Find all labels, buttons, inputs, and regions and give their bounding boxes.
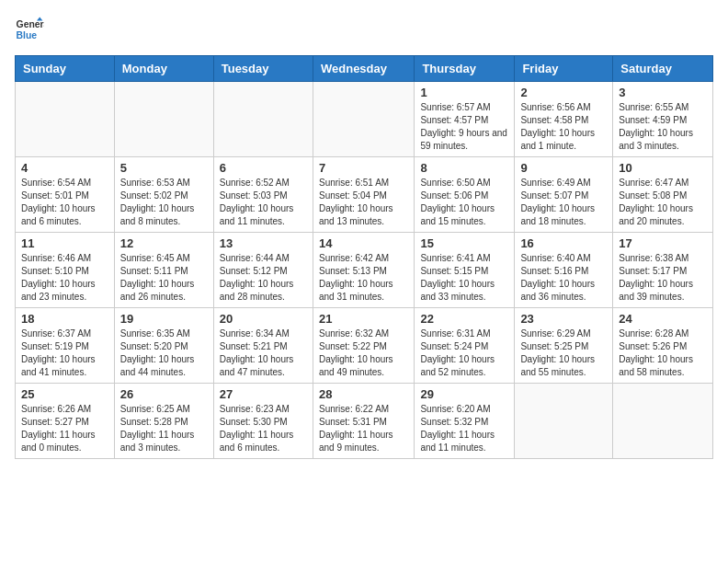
- day-number: 12: [120, 236, 208, 250]
- day-number: 29: [420, 387, 508, 401]
- calendar-table: SundayMondayTuesdayWednesdayThursdayFrid…: [15, 55, 713, 459]
- calendar-cell-week1-day5: 9Sunrise: 6:49 AM Sunset: 5:07 PM Daylig…: [515, 157, 613, 233]
- day-number: 9: [520, 161, 607, 175]
- calendar-cell-week0-day3: [313, 82, 414, 157]
- calendar-cell-week2-day2: 13Sunrise: 6:44 AM Sunset: 5:12 PM Dayli…: [213, 233, 313, 308]
- day-number: 28: [319, 387, 408, 401]
- day-info: Sunrise: 6:45 AM Sunset: 5:11 PM Dayligh…: [120, 252, 208, 304]
- day-number: 23: [520, 312, 607, 326]
- day-number: 2: [520, 86, 607, 99]
- day-number: 20: [220, 312, 307, 326]
- calendar-cell-week1-day1: 5Sunrise: 6:53 AM Sunset: 5:02 PM Daylig…: [114, 157, 213, 233]
- day-info: Sunrise: 6:56 AM Sunset: 4:58 PM Dayligh…: [520, 101, 607, 153]
- calendar-cell-week3-day1: 19Sunrise: 6:35 AM Sunset: 5:20 PM Dayli…: [114, 308, 213, 384]
- day-info: Sunrise: 6:35 AM Sunset: 5:20 PM Dayligh…: [120, 327, 208, 379]
- calendar-cell-week3-day4: 22Sunrise: 6:31 AM Sunset: 5:24 PM Dayli…: [415, 308, 515, 384]
- day-info: Sunrise: 6:31 AM Sunset: 5:24 PM Dayligh…: [420, 327, 508, 379]
- logo-icon: General Blue: [15, 15, 44, 44]
- calendar-cell-week0-day0: [16, 82, 115, 157]
- day-info: Sunrise: 6:51 AM Sunset: 5:04 PM Dayligh…: [319, 177, 408, 228]
- day-info: Sunrise: 6:26 AM Sunset: 5:27 PM Dayligh…: [21, 403, 108, 454]
- calendar-cell-week4-day5: [515, 384, 613, 459]
- day-number: 14: [319, 236, 408, 250]
- weekday-header-wednesday: Wednesday: [313, 56, 414, 82]
- day-number: 8: [420, 161, 508, 175]
- day-number: 3: [619, 86, 707, 99]
- day-info: Sunrise: 6:42 AM Sunset: 5:13 PM Dayligh…: [319, 252, 408, 304]
- calendar-cell-week3-day2: 20Sunrise: 6:34 AM Sunset: 5:21 PM Dayli…: [213, 308, 313, 384]
- day-number: 26: [120, 387, 208, 401]
- day-info: Sunrise: 6:22 AM Sunset: 5:31 PM Dayligh…: [319, 403, 408, 454]
- calendar-week-row-0: 1Sunrise: 6:57 AM Sunset: 4:57 PM Daylig…: [16, 82, 713, 157]
- calendar-cell-week1-day0: 4Sunrise: 6:54 AM Sunset: 5:01 PM Daylig…: [16, 157, 115, 233]
- day-info: Sunrise: 6:38 AM Sunset: 5:17 PM Dayligh…: [619, 252, 707, 304]
- calendar-cell-week4-day0: 25Sunrise: 6:26 AM Sunset: 5:27 PM Dayli…: [16, 384, 115, 459]
- calendar-cell-week0-day2: [213, 82, 313, 157]
- calendar-cell-week4-day2: 27Sunrise: 6:23 AM Sunset: 5:30 PM Dayli…: [213, 384, 313, 459]
- day-info: Sunrise: 6:29 AM Sunset: 5:25 PM Dayligh…: [520, 327, 607, 379]
- calendar-cell-week2-day0: 11Sunrise: 6:46 AM Sunset: 5:10 PM Dayli…: [16, 233, 115, 308]
- calendar-cell-week2-day4: 15Sunrise: 6:41 AM Sunset: 5:15 PM Dayli…: [415, 233, 515, 308]
- calendar-week-row-1: 4Sunrise: 6:54 AM Sunset: 5:01 PM Daylig…: [16, 157, 713, 233]
- logo: General Blue: [15, 15, 44, 44]
- day-info: Sunrise: 6:52 AM Sunset: 5:03 PM Dayligh…: [220, 177, 307, 228]
- day-info: Sunrise: 6:47 AM Sunset: 5:08 PM Dayligh…: [619, 177, 707, 228]
- day-number: 4: [21, 161, 108, 175]
- calendar-cell-week3-day6: 24Sunrise: 6:28 AM Sunset: 5:26 PM Dayli…: [613, 308, 713, 384]
- day-info: Sunrise: 6:57 AM Sunset: 4:57 PM Dayligh…: [420, 101, 508, 153]
- calendar-week-row-4: 25Sunrise: 6:26 AM Sunset: 5:27 PM Dayli…: [16, 384, 713, 459]
- day-number: 13: [220, 236, 307, 250]
- day-info: Sunrise: 6:53 AM Sunset: 5:02 PM Dayligh…: [120, 177, 208, 228]
- calendar-cell-week4-day4: 29Sunrise: 6:20 AM Sunset: 5:32 PM Dayli…: [415, 384, 515, 459]
- calendar-cell-week4-day3: 28Sunrise: 6:22 AM Sunset: 5:31 PM Dayli…: [313, 384, 414, 459]
- day-number: 27: [220, 387, 307, 401]
- calendar-cell-week0-day1: [114, 82, 213, 157]
- day-info: Sunrise: 6:32 AM Sunset: 5:22 PM Dayligh…: [319, 327, 408, 379]
- calendar-cell-week3-day3: 21Sunrise: 6:32 AM Sunset: 5:22 PM Dayli…: [313, 308, 414, 384]
- weekday-header-tuesday: Tuesday: [213, 56, 313, 82]
- day-info: Sunrise: 6:50 AM Sunset: 5:06 PM Dayligh…: [420, 177, 508, 228]
- day-number: 6: [220, 161, 307, 175]
- day-number: 19: [120, 312, 208, 326]
- calendar-cell-week2-day3: 14Sunrise: 6:42 AM Sunset: 5:13 PM Dayli…: [313, 233, 414, 308]
- day-number: 21: [319, 312, 408, 326]
- day-info: Sunrise: 6:46 AM Sunset: 5:10 PM Dayligh…: [21, 252, 108, 304]
- calendar-cell-week4-day1: 26Sunrise: 6:25 AM Sunset: 5:28 PM Dayli…: [114, 384, 213, 459]
- day-info: Sunrise: 6:40 AM Sunset: 5:16 PM Dayligh…: [520, 252, 607, 304]
- day-number: 18: [21, 312, 108, 326]
- day-info: Sunrise: 6:44 AM Sunset: 5:12 PM Dayligh…: [220, 252, 307, 304]
- day-number: 11: [21, 236, 108, 250]
- day-info: Sunrise: 6:55 AM Sunset: 4:59 PM Dayligh…: [619, 101, 707, 153]
- calendar-cell-week3-day0: 18Sunrise: 6:37 AM Sunset: 5:19 PM Dayli…: [16, 308, 115, 384]
- calendar-cell-week2-day6: 17Sunrise: 6:38 AM Sunset: 5:17 PM Dayli…: [613, 233, 713, 308]
- day-number: 15: [420, 236, 508, 250]
- header: General Blue: [15, 15, 713, 44]
- calendar-cell-week0-day5: 2Sunrise: 6:56 AM Sunset: 4:58 PM Daylig…: [515, 82, 613, 157]
- day-info: Sunrise: 6:37 AM Sunset: 5:19 PM Dayligh…: [21, 327, 108, 379]
- day-info: Sunrise: 6:54 AM Sunset: 5:01 PM Dayligh…: [21, 177, 108, 228]
- calendar-cell-week1-day4: 8Sunrise: 6:50 AM Sunset: 5:06 PM Daylig…: [415, 157, 515, 233]
- svg-text:Blue: Blue: [17, 30, 38, 40]
- calendar-cell-week0-day6: 3Sunrise: 6:55 AM Sunset: 4:59 PM Daylig…: [613, 82, 713, 157]
- day-number: 1: [420, 86, 508, 99]
- calendar-cell-week2-day5: 16Sunrise: 6:40 AM Sunset: 5:16 PM Dayli…: [515, 233, 613, 308]
- calendar-cell-week1-day2: 6Sunrise: 6:52 AM Sunset: 5:03 PM Daylig…: [213, 157, 313, 233]
- day-number: 22: [420, 312, 508, 326]
- day-number: 7: [319, 161, 408, 175]
- calendar-cell-week1-day3: 7Sunrise: 6:51 AM Sunset: 5:04 PM Daylig…: [313, 157, 414, 233]
- calendar-cell-week2-day1: 12Sunrise: 6:45 AM Sunset: 5:11 PM Dayli…: [114, 233, 213, 308]
- calendar-cell-week3-day5: 23Sunrise: 6:29 AM Sunset: 5:25 PM Dayli…: [515, 308, 613, 384]
- weekday-header-monday: Monday: [114, 56, 213, 82]
- calendar-cell-week1-day6: 10Sunrise: 6:47 AM Sunset: 5:08 PM Dayli…: [613, 157, 713, 233]
- day-info: Sunrise: 6:20 AM Sunset: 5:32 PM Dayligh…: [420, 403, 508, 454]
- weekday-header-sunday: Sunday: [16, 56, 115, 82]
- calendar-header-row: SundayMondayTuesdayWednesdayThursdayFrid…: [16, 56, 713, 82]
- day-info: Sunrise: 6:41 AM Sunset: 5:15 PM Dayligh…: [420, 252, 508, 304]
- day-number: 5: [120, 161, 208, 175]
- weekday-header-friday: Friday: [515, 56, 613, 82]
- day-info: Sunrise: 6:23 AM Sunset: 5:30 PM Dayligh…: [220, 403, 307, 454]
- day-info: Sunrise: 6:25 AM Sunset: 5:28 PM Dayligh…: [120, 403, 208, 454]
- calendar-week-row-2: 11Sunrise: 6:46 AM Sunset: 5:10 PM Dayli…: [16, 233, 713, 308]
- weekday-header-thursday: Thursday: [415, 56, 515, 82]
- day-number: 10: [619, 161, 707, 175]
